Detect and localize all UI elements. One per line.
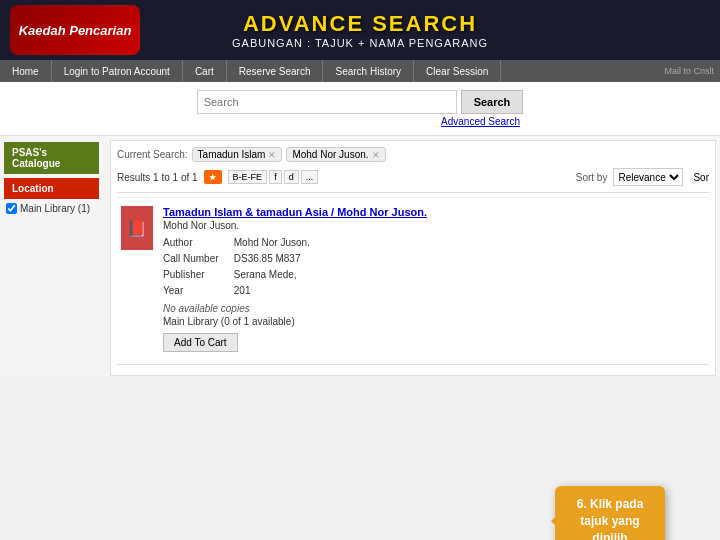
share-button-3[interactable]: d — [284, 170, 299, 184]
advanced-search-link[interactable]: Advanced Search — [441, 116, 520, 127]
book-callno-row: Call Number DS36.85 M837 — [163, 251, 705, 267]
share-button-2[interactable]: f — [269, 170, 282, 184]
catalogue-button[interactable]: PSAS's Catalogue — [4, 142, 99, 174]
library-filter: Main Library (1) — [6, 203, 110, 214]
divider-1 — [117, 192, 709, 193]
book-year-row: Year 201 — [163, 283, 705, 299]
book-title-link[interactable]: Tamadun Islam & tamadun Asia / Mohd Nor … — [163, 206, 705, 218]
sidebar: PSAS's Catalogue Location Main Library (… — [0, 136, 110, 376]
publisher-value: Serana Mede, — [234, 269, 297, 280]
nav-cart[interactable]: Cart — [183, 60, 227, 82]
nav-clear[interactable]: Clear Session — [414, 60, 501, 82]
publisher-label: Publisher — [163, 267, 231, 283]
logo: Kaedah Pencarian — [10, 5, 140, 55]
remove-tag-1[interactable]: ✕ — [268, 150, 276, 160]
rss-icon[interactable]: ★ — [204, 170, 222, 184]
share-button-4[interactable]: ... — [301, 170, 319, 184]
book-info: Tamadun Islam & tamadun Asia / Mohd Nor … — [163, 206, 705, 352]
navbar: Home Login to Patron Account Cart Reserv… — [0, 60, 720, 82]
author-value: Mohd Nor Juson. — [234, 237, 310, 248]
nav-login[interactable]: Login to Patron Account — [52, 60, 183, 82]
book-publisher-row: Publisher Serana Mede, — [163, 267, 705, 283]
search-tag-2: Mohd Nor Juson. ✕ — [286, 147, 385, 162]
nav-reserve[interactable]: Reserve Search — [227, 60, 324, 82]
callno-value: DS36.85 M837 — [234, 253, 301, 264]
callno-label: Call Number — [163, 251, 231, 267]
divider-2 — [117, 364, 709, 365]
search-button[interactable]: Search — [461, 90, 524, 114]
availability-line: Main Library (0 of 1 available) — [163, 316, 705, 327]
book-result: 📕 Tamadun Islam & tamadun Asia / Mohd No… — [117, 197, 709, 360]
no-copies-text: No available copies — [163, 303, 705, 314]
library-label: Main Library (1) — [20, 203, 90, 214]
results-count: Results 1 to 1 of 1 — [117, 172, 198, 183]
searchbar-container: Search Advanced Search — [0, 82, 720, 136]
navbar-right-label: Mail to Cnslt — [664, 66, 720, 76]
results-row: Results 1 to 1 of 1 ★ B-E-FE f d ... Sor… — [117, 168, 709, 186]
book-meta: Author Mohd Nor Juson. Call Number DS36.… — [163, 235, 705, 299]
add-to-cart-button[interactable]: Add To Cart — [163, 333, 238, 352]
share-button-1[interactable]: B-E-FE — [228, 170, 268, 184]
sort-select[interactable]: Relevance Title Author Date — [613, 168, 683, 186]
location-button[interactable]: Location — [4, 178, 99, 199]
author-label: Author — [163, 235, 231, 251]
current-search-row: Current Search: Tamadun Islam ✕ Mohd Nor… — [117, 147, 709, 162]
current-search-label: Current Search: — [117, 149, 188, 160]
right-panel: Current Search: Tamadun Islam ✕ Mohd Nor… — [110, 140, 716, 376]
logo-area: Kaedah Pencarian — [10, 5, 140, 55]
searchbar-row: Search — [197, 90, 524, 114]
page-title: ADVANCE SEARCH — [232, 11, 488, 37]
search-tag-1: Tamadun Islam ✕ — [192, 147, 283, 162]
remove-tag-2[interactable]: ✕ — [372, 150, 380, 160]
tag-text-2: Mohd Nor Juson. — [292, 149, 368, 160]
book-thumbnail: 📕 — [121, 206, 153, 250]
year-label: Year — [163, 283, 231, 299]
search-input[interactable] — [197, 90, 457, 114]
sort-label: Sort by — [576, 172, 608, 183]
year-value: 201 — [234, 285, 251, 296]
social-icons: B-E-FE f d ... — [228, 170, 319, 184]
book-author-row: Author Mohd Nor Juson. — [163, 235, 705, 251]
page-subtitle: GABUNGAN : TAJUK + NAMA PENGARANG — [232, 37, 488, 49]
sort-extra-label: Sor — [693, 172, 709, 183]
main-content: PSAS's Catalogue Location Main Library (… — [0, 136, 720, 376]
tag-text-1: Tamadun Islam — [198, 149, 266, 160]
header: Kaedah Pencarian ADVANCE SEARCH GABUNGAN… — [0, 0, 720, 60]
header-title-block: ADVANCE SEARCH GABUNGAN : TAJUK + NAMA P… — [232, 11, 488, 49]
nav-history[interactable]: Search History — [323, 60, 414, 82]
book-subtitle: Mohd Nor Juson. — [163, 220, 705, 231]
library-checkbox[interactable] — [6, 203, 17, 214]
nav-home[interactable]: Home — [0, 60, 52, 82]
tooltip-callout: 6. Klik pada tajuk yang dipilih — [555, 486, 665, 540]
